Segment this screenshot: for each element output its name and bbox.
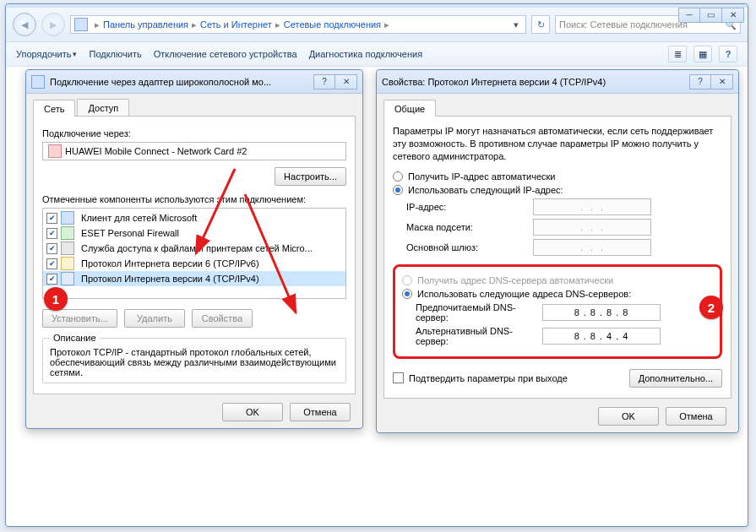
- connect-through-label: Подключение через:: [42, 128, 346, 138]
- confirm-checkbox[interactable]: [393, 372, 404, 383]
- checkbox[interactable]: [46, 274, 57, 285]
- adapter-name: HUAWEI Mobile Connect - Network Card #2: [65, 146, 247, 156]
- list-item[interactable]: ESET Personal Firewall: [43, 225, 345, 241]
- description-text: Протокол TCP/IP - стандартный протокол г…: [50, 347, 339, 377]
- confirm-label: Подтвердить параметры при выходе: [409, 373, 568, 383]
- adapter-field[interactable]: HUAWEI Mobile Connect - Network Card #2: [42, 142, 346, 160]
- install-button[interactable]: Установить...: [42, 309, 117, 328]
- checkbox[interactable]: [46, 243, 57, 254]
- dialog-title: Свойства: Протокол Интернета версии 4 (T…: [382, 77, 689, 87]
- items-label: Отмеченные компоненты используются этим …: [42, 194, 346, 204]
- ip-label: IP-адрес:: [406, 202, 533, 212]
- alt-dns-label: Альтернативный DNS-сервер:: [416, 326, 542, 346]
- list-item[interactable]: Клиент для сетей Microsoft: [43, 210, 345, 225]
- forward-button[interactable]: ▶: [41, 13, 65, 36]
- checkbox[interactable]: [46, 213, 57, 224]
- components-list[interactable]: Клиент для сетей Microsoft ESET Personal…: [42, 208, 346, 299]
- properties-button[interactable]: Свойства: [192, 309, 253, 328]
- info-text: Параметры IP могут назначаться автоматич…: [393, 125, 722, 163]
- client-icon: [61, 211, 74, 225]
- huawei-icon: [48, 144, 62, 158]
- help-button[interactable]: ?: [719, 46, 737, 62]
- list-item[interactable]: Служба доступа к файлам и принтерам сете…: [43, 241, 345, 256]
- list-item-ipv4[interactable]: Протокол Интернета версии 4 (TCP/IPv4): [43, 271, 345, 286]
- checkbox[interactable]: [46, 258, 57, 269]
- ok-button[interactable]: OK: [598, 407, 659, 426]
- pref-dns-input[interactable]: 8.8.8.8: [542, 304, 661, 321]
- radio-dns-auto: Получить адрес DNS-сервера автоматически: [402, 275, 713, 285]
- help-button[interactable]: ?: [689, 74, 711, 90]
- breadcrumb-item[interactable]: Сеть и Интернет: [200, 19, 272, 30]
- tab-access[interactable]: Доступ: [77, 99, 129, 116]
- annotation-bubble-2: 2: [699, 296, 723, 319]
- address-bar: ◀ ▶ ▸ Панель управления ▸ Сеть и Интерне…: [6, 8, 748, 42]
- alt-dns-input[interactable]: 8.8.4.4: [542, 328, 661, 345]
- minimize-button[interactable]: ─: [678, 8, 700, 23]
- preview-pane-button[interactable]: ▦: [693, 46, 712, 62]
- tab-network[interactable]: Сеть: [33, 100, 75, 117]
- radio-icon: [402, 275, 412, 285]
- breadcrumb-item[interactable]: Сетевые подключения: [284, 19, 381, 30]
- pref-dns-label: Предпочитаемый DNS-сервер:: [416, 302, 542, 323]
- connection-properties-dialog: Подключение через адаптер широкополосной…: [25, 69, 363, 429]
- cmd-organize[interactable]: Упорядочить▾: [16, 49, 77, 59]
- adapter-icon: [31, 75, 45, 89]
- cancel-button[interactable]: Отмена: [290, 403, 351, 421]
- ipv6-icon: [61, 257, 74, 270]
- path-dropdown[interactable]: ▾: [510, 19, 522, 30]
- network-icon: [74, 18, 88, 31]
- gateway-label: Основной шлюз:: [406, 242, 533, 252]
- mask-input[interactable]: ...: [533, 219, 651, 236]
- mask-label: Маска подсети:: [406, 222, 533, 232]
- advanced-button[interactable]: Дополнительно...: [629, 369, 722, 388]
- configure-button[interactable]: Настроить...: [275, 167, 346, 186]
- cmd-connect[interactable]: Подключить: [89, 49, 141, 59]
- radio-ip-manual[interactable]: Использовать следующий IP-адрес:: [393, 185, 722, 195]
- radio-icon[interactable]: [402, 289, 412, 299]
- maximize-button[interactable]: ▭: [700, 8, 722, 23]
- ok-button[interactable]: OK: [222, 403, 283, 421]
- list-item[interactable]: Протокол Интернета версии 6 (TCP/IPv6): [43, 256, 345, 271]
- checkbox[interactable]: [46, 228, 57, 239]
- ipv4-icon: [61, 272, 74, 285]
- annotation-bubble-1: 1: [44, 287, 68, 311]
- close-button[interactable]: ✕: [722, 8, 744, 23]
- breadcrumb-item[interactable]: Панель управления: [103, 19, 188, 30]
- command-bar: Упорядочить▾ Подключить Отключение сетев…: [6, 42, 748, 67]
- view-button[interactable]: ≣: [668, 46, 687, 62]
- breadcrumb-path[interactable]: ▸ Панель управления ▸ Сеть и Интернет ▸ …: [70, 15, 526, 34]
- radio-ip-auto[interactable]: Получить IP-адрес автоматически: [393, 171, 722, 182]
- radio-icon[interactable]: [393, 185, 403, 195]
- file-print-icon: [61, 242, 74, 255]
- close-button[interactable]: ✕: [711, 74, 733, 90]
- close-button[interactable]: ✕: [335, 74, 357, 90]
- search-placeholder: Поиск: Сетевые подключения: [559, 19, 688, 30]
- dialog-title: Подключение через адаптер широкополосной…: [50, 77, 313, 87]
- cmd-diagnose[interactable]: Диагностика подключения: [309, 49, 422, 59]
- window-controls: ─ ▭ ✕: [678, 8, 744, 23]
- firewall-icon: [61, 226, 74, 240]
- cancel-button[interactable]: Отмена: [666, 407, 726, 426]
- help-button[interactable]: ?: [313, 74, 335, 90]
- tab-general[interactable]: Общие: [383, 100, 436, 117]
- gateway-input[interactable]: ...: [533, 239, 651, 256]
- cmd-disable[interactable]: Отключение сетевого устройства: [154, 49, 297, 59]
- refresh-button[interactable]: ↻: [531, 15, 550, 34]
- back-button[interactable]: ◀: [13, 13, 36, 36]
- radio-dns-manual[interactable]: Использовать следующие адреса DNS-сервер…: [402, 289, 713, 299]
- description-title: Описание: [50, 333, 100, 343]
- radio-icon[interactable]: [393, 171, 403, 182]
- ip-input[interactable]: ...: [533, 198, 651, 215]
- uninstall-button[interactable]: Удалить: [124, 309, 185, 328]
- dns-highlight-box: Получить адрес DNS-сервера автоматически…: [393, 264, 722, 359]
- ipv4-properties-dialog: Свойства: Протокол Интернета версии 4 (T…: [376, 69, 739, 433]
